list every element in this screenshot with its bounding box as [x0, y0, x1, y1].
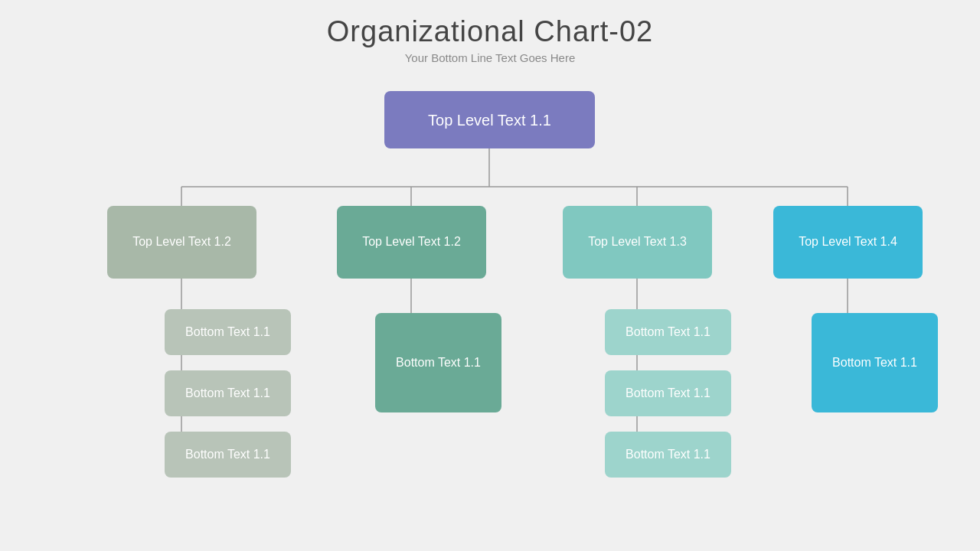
- node-l2-4: Top Level Text 1.4: [773, 206, 923, 279]
- node-l3-3-3: Bottom Text 1.1: [605, 432, 731, 478]
- node-l3-1-3: Bottom Text 1.1: [165, 432, 291, 478]
- node-l3-1-2: Bottom Text 1.1: [165, 370, 291, 416]
- page-header: Organizational Chart-02 Your Bottom Line…: [327, 15, 653, 64]
- node-root: Top Level Text 1.1: [384, 91, 595, 148]
- page-title: Organizational Chart-02: [327, 15, 653, 48]
- node-l2-1: Top Level Text 1.2: [107, 206, 256, 279]
- node-l3-3-2: Bottom Text 1.1: [605, 370, 731, 416]
- node-l3-3-1: Bottom Text 1.1: [605, 309, 731, 355]
- node-l2-3: Top Level Text 1.3: [563, 206, 712, 279]
- node-l3-4-1: Bottom Text 1.1: [812, 313, 938, 412]
- page-subtitle: Your Bottom Line Text Goes Here: [327, 51, 653, 64]
- node-l3-2-1: Bottom Text 1.1: [375, 313, 501, 412]
- node-l2-2: Top Level Text 1.2: [337, 206, 486, 279]
- org-chart: Top Level Text 1.1 Top Level Text 1.2 To…: [38, 80, 942, 523]
- node-l3-1-1: Bottom Text 1.1: [165, 309, 291, 355]
